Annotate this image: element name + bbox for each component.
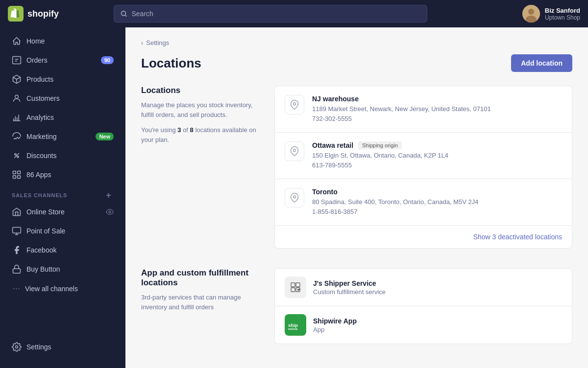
location-item-ottawa[interactable]: Ottawa retail Shipping origin 150 Elgin … [275, 133, 572, 179]
sidebar-item-products[interactable]: Products [4, 70, 122, 89]
sales-channels-label: SALES CHANNELS [12, 192, 67, 198]
avatar-image [522, 5, 540, 23]
marketing-icon [12, 132, 22, 141]
sidebar-item-apps-label: 86 Apps [26, 171, 51, 179]
orders-badge: 90 [101, 56, 114, 64]
location-name-row-nj: NJ warehouse [312, 95, 562, 103]
fulfillment-list: J's Shipper Service Custom fulfillment s… [274, 268, 572, 344]
locations-list: NJ warehouse 1189 Market Street, Newark,… [274, 86, 572, 249]
fulfillment-item-shipwire[interactable]: ship wire Shipwire App App [275, 306, 572, 344]
breadcrumb-arrow: ‹ [141, 39, 143, 46]
map-pin-icon [290, 193, 299, 203]
sidebar-item-view-all-channels[interactable]: ··· View all channels [4, 279, 122, 298]
svg-point-7 [15, 154, 16, 155]
sidebar-item-online-store-label: Online Store [26, 208, 65, 216]
sidebar-item-apps[interactable]: 86 Apps [4, 165, 122, 184]
svg-rect-22 [291, 288, 295, 292]
discounts-icon [12, 151, 22, 161]
svg-text:wire: wire [288, 326, 297, 330]
page-title: Locations [141, 56, 201, 71]
sidebar-item-point-of-sale[interactable]: Point of Sale [4, 222, 122, 240]
breadcrumb-text: Settings [146, 39, 169, 46]
eye-icon[interactable] [106, 208, 114, 216]
topbar-right: Biz Sanford Uptown Shop [522, 5, 580, 23]
svg-rect-9 [13, 171, 16, 174]
sidebar-item-discounts[interactable]: Discounts [4, 146, 122, 165]
sidebar-item-settings[interactable]: Settings [4, 338, 122, 356]
add-location-button[interactable]: Add location [511, 54, 572, 72]
jshipper-details: J's Shipper Service Custom fulfillment s… [313, 279, 386, 296]
apps-icon [12, 170, 22, 180]
facebook-icon [12, 245, 22, 255]
jshipper-type: Custom fulfillment service [313, 288, 386, 296]
online-store-icon [12, 207, 22, 217]
add-channel-button[interactable]: + [104, 190, 114, 200]
search-bar[interactable] [114, 5, 427, 23]
user-info: Biz Sanford Uptown Shop [545, 7, 580, 21]
show-deactivated-link[interactable]: Show 3 deactivated locations [473, 233, 562, 241]
svg-rect-21 [296, 283, 300, 287]
locations-description: Manage the places you stock inventory, f… [141, 100, 259, 119]
sidebar-item-settings-label: Settings [26, 343, 51, 351]
sidebar-item-buy-button[interactable]: Buy Button [4, 260, 122, 278]
fulfillment-card: J's Shipper Service Custom fulfillment s… [274, 268, 572, 344]
ellipsis-icon: ··· [13, 283, 20, 294]
location-name-row-ottawa: Ottawa retail Shipping origin [312, 141, 562, 149]
locations-usage: You're using 3 of 8 locations available … [141, 125, 259, 144]
location-item-toronto[interactable]: Toronto 80 Spadina, Suite 400, Toronto, … [275, 179, 572, 226]
deactivated-row: Show 3 deactivated locations [275, 226, 572, 248]
sidebar-item-orders[interactable]: Orders 90 [4, 51, 122, 69]
sidebar-item-facebook[interactable]: Facebook [4, 241, 122, 259]
location-address2-toronto: 1-855-816-3857 [312, 207, 562, 217]
svg-point-13 [109, 211, 111, 213]
sidebar-item-discounts-label: Discounts [26, 152, 56, 160]
sidebar-item-analytics[interactable]: Analytics [4, 108, 122, 127]
fulfillment-item-jshipper[interactable]: J's Shipper Service Custom fulfillment s… [275, 269, 572, 306]
online-store-actions [106, 208, 114, 216]
location-address1-nj: 1189 Market Street, Newark, New Jersey, … [312, 104, 562, 114]
svg-point-18 [294, 149, 296, 152]
sidebar-item-marketing[interactable]: Marketing New [4, 127, 122, 146]
map-pin-icon [290, 146, 299, 156]
svg-rect-20 [291, 283, 295, 287]
shipping-badge-ottawa: Shipping origin [358, 141, 402, 149]
location-item-nj[interactable]: NJ warehouse 1189 Market Street, Newark,… [275, 86, 572, 133]
location-address2-ottawa: 613-789-5555 [312, 161, 562, 170]
svg-point-3 [528, 9, 534, 15]
svg-point-8 [17, 156, 19, 158]
shipwire-type: App [313, 326, 357, 333]
svg-rect-15 [13, 269, 21, 273]
svg-point-19 [294, 196, 296, 198]
sidebar-item-customers[interactable]: Customers [4, 89, 122, 108]
analytics-icon [12, 113, 22, 122]
breadcrumb[interactable]: ‹ Settings [141, 39, 572, 46]
jshipper-name: J's Shipper Service [313, 279, 386, 287]
sidebar-item-marketing-label: Marketing [26, 133, 56, 140]
marketing-badge: New [96, 133, 114, 140]
pos-icon [12, 226, 22, 236]
sidebar: Home Orders 90 Products Customers Analyt… [0, 27, 125, 368]
location-address1-toronto: 80 Spadina, Suite 400, Toronto, Ontario,… [312, 197, 562, 207]
view-all-channels-label: View all channels [25, 285, 78, 293]
user-name: Biz Sanford [545, 7, 580, 14]
search-icon [120, 10, 127, 18]
sidebar-item-online-store[interactable]: Online Store [4, 203, 122, 221]
avatar[interactable] [522, 5, 540, 23]
map-pin-icon [290, 100, 299, 110]
location-name-nj: NJ warehouse [312, 95, 359, 103]
sidebar-item-orders-label: Orders [26, 56, 48, 64]
location-name-ottawa: Ottawa retail [312, 141, 353, 149]
search-input[interactable] [131, 10, 421, 18]
sidebar-item-home[interactable]: Home [4, 32, 122, 50]
sales-channels-section: SALES CHANNELS + [4, 184, 122, 202]
location-icon-nj [285, 95, 304, 115]
sidebar-item-buy-button-label: Buy Button [26, 265, 60, 273]
logo[interactable]: shopify [8, 6, 106, 22]
svg-rect-14 [13, 228, 21, 233]
location-details-toronto: Toronto 80 Spadina, Suite 400, Toronto, … [312, 188, 562, 216]
shipwire-details: Shipwire App App [313, 317, 357, 333]
location-address1-ottawa: 150 Elgin St, Ottawa, Ontario, Canada, K… [312, 151, 562, 161]
main-content: ‹ Settings Locations Add location Locati… [125, 27, 588, 368]
products-icon [12, 74, 22, 84]
customers-icon [12, 93, 22, 103]
